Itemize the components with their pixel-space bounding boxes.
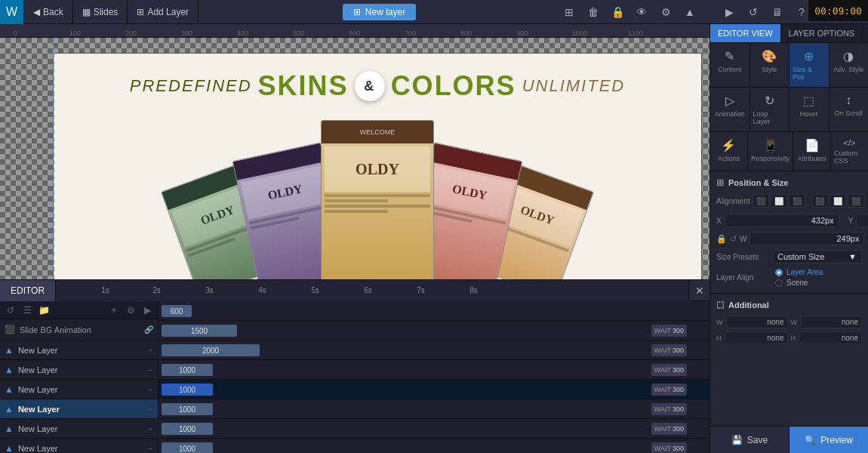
eye-icon[interactable]: 👁 xyxy=(633,3,651,21)
track-bar-5[interactable]: 1000 xyxy=(162,423,213,435)
align-center-button[interactable]: ⬜ xyxy=(771,194,787,208)
layer-tool-add[interactable]: + xyxy=(106,303,122,318)
track-bar-bg[interactable]: 600 xyxy=(162,305,192,317)
lock-icon[interactable]: 🔒 xyxy=(608,3,626,21)
timeline-timebar: 1s 2s 3s 4s 5s 6s 7s 8s xyxy=(56,280,688,301)
layer-tool-folder[interactable]: 📁 xyxy=(36,303,51,318)
xy-row: X Y xyxy=(716,214,862,227)
headline-skins: SKINS xyxy=(258,70,349,102)
time-mark-7: 7s xyxy=(417,286,425,294)
panel-icon-responsivity[interactable]: 📱 Responsivity xyxy=(748,132,793,171)
layer-row-2[interactable]: ▲ New Layer → xyxy=(0,380,158,399)
panel-icon-attributes[interactable]: 📄 Attributes xyxy=(793,132,831,171)
add-w2-input[interactable] xyxy=(800,316,862,328)
canvas-area[interactable]: PREDEFINED SKINS & COLORS UNLIMITED OLDY xyxy=(0,38,709,279)
layer-icon-5: ▲ xyxy=(5,443,14,454)
panel-icon-actions[interactable]: ⚡ Actions xyxy=(710,132,748,171)
timeline-close-button[interactable]: ✕ xyxy=(688,280,709,301)
align-right-button[interactable]: ⬛ xyxy=(789,194,805,208)
add-w1-input[interactable] xyxy=(726,316,788,328)
layer-tool-play[interactable]: ▶ xyxy=(140,303,155,318)
ruler-tick: 0 xyxy=(14,29,69,37)
panel-icon-onscroll[interactable]: ↕ On Scroll xyxy=(830,88,869,131)
slidebg-link[interactable]: 🔗 xyxy=(144,325,153,334)
panel-tab-layer[interactable]: LAYER OPTIONS xyxy=(781,24,863,42)
wh-row: 🔒 ↺ W ⋮ H ⋮ xyxy=(716,232,862,245)
panel-icon-hover[interactable]: ⬚ Hover xyxy=(790,88,830,131)
undo-icon[interactable]: ↺ xyxy=(744,3,762,21)
resize-icon: ⊞ xyxy=(716,177,724,188)
panel-icon-sizepos[interactable]: ⊕ Size & Pos xyxy=(790,43,830,87)
panel-tab-editor[interactable]: EDITOR VIEW xyxy=(710,24,781,42)
settings-icon[interactable]: ⚙ xyxy=(657,3,675,21)
slide-headline: PREDEFINED SKINS & COLORS UNLIMITED xyxy=(54,70,701,102)
add-item-h2: H xyxy=(791,331,863,344)
preview-button[interactable]: 🔍 Preview xyxy=(790,427,868,453)
align-mid-button[interactable]: ⬜ xyxy=(830,194,846,208)
y-input[interactable] xyxy=(856,214,868,227)
layer-row-3[interactable]: ▲ New Layer → xyxy=(0,399,158,419)
layer-align-area[interactable]: Layer Area xyxy=(775,268,823,276)
scene-radio[interactable] xyxy=(775,279,783,287)
time-mark-6: 6s xyxy=(364,286,372,294)
track-bar-1[interactable]: 2000 xyxy=(162,344,260,356)
add-layer-button[interactable]: ⊞ Add Layer xyxy=(128,0,199,24)
track-bar-0[interactable]: 1500 xyxy=(162,325,237,337)
ruler-tick: 400 xyxy=(237,29,293,37)
back-button[interactable]: ◀ Back xyxy=(24,0,73,24)
layer-area-radio[interactable] xyxy=(775,269,783,276)
size-presets-select[interactable]: Custom Size ▼ xyxy=(772,250,862,263)
panel-icon-advstyle[interactable]: ◑ Adv. Style xyxy=(830,43,869,87)
add-h2-input[interactable] xyxy=(799,331,862,344)
main-area: 0 100 200 300 400 500 600 700 800 900 10… xyxy=(0,24,868,453)
layer-tool-list[interactable]: ☰ xyxy=(20,303,35,318)
additional-title: ⬚ Additional xyxy=(716,300,862,310)
time-mark-2: 2s xyxy=(152,286,161,294)
w-input[interactable] xyxy=(749,232,864,245)
layer-row-1[interactable]: ▲ New Layer → xyxy=(0,360,158,380)
align-top-button[interactable]: ⬛ xyxy=(811,194,828,208)
layer-row-0[interactable]: ▲ New Layer → xyxy=(0,341,158,360)
add-item-w1: W xyxy=(716,316,788,328)
play-icon[interactable]: ▶ xyxy=(720,3,738,21)
panel-icons-row1: ✎ Content 🎨 Style ⊕ Size & Pos ◑ Adv. St… xyxy=(710,43,868,88)
active-tab[interactable]: ⊞ New layer xyxy=(343,4,416,20)
track-bar-2[interactable]: 1000 xyxy=(162,364,213,376)
track-bar-3[interactable]: 1000 xyxy=(162,384,213,396)
track-bar-4[interactable]: 1000 xyxy=(162,403,213,415)
expand-icon[interactable]: ▲ xyxy=(681,3,699,21)
track-wait-0: WAIT 300 xyxy=(651,325,687,337)
panel-icon-style[interactable]: 🎨 Style xyxy=(750,43,790,87)
add-h1-input[interactable] xyxy=(725,331,788,344)
layer-tool-settings[interactable]: ⚙ xyxy=(123,303,138,318)
preview-icon: 🔍 xyxy=(805,435,816,445)
layer-arrow-0: → xyxy=(146,346,153,354)
align-bot-button[interactable]: ⬛ xyxy=(848,194,864,208)
panel-icon-animation[interactable]: ▷ Animation xyxy=(710,88,750,131)
alignment-buttons: ⬛ ⬜ ⬛ xyxy=(753,194,805,208)
panel-icon-content[interactable]: ✎ Content xyxy=(710,43,750,87)
layer-tool-refresh[interactable]: ↺ xyxy=(3,303,18,318)
additional-grid: W W H H xyxy=(716,316,862,344)
delete-icon[interactable]: 🗑 xyxy=(584,3,602,21)
layer-row-5[interactable]: ▲ New Layer → xyxy=(0,439,158,453)
save-button[interactable]: 💾 Save xyxy=(710,427,790,453)
lock-button[interactable]: 🔒 xyxy=(716,232,727,245)
slides-button[interactable]: ▦ Slides xyxy=(73,0,128,24)
layer-row-slidebg[interactable]: ⬛ Slide BG Animation 🔗 xyxy=(0,319,158,341)
layer-arrow-5: → xyxy=(146,444,153,452)
panel-icons-row2: ▷ Animation ↻ Loop Layer ⬚ Hover ↕ On Sc… xyxy=(710,88,868,132)
timeline-tab-editor[interactable]: EDITOR xyxy=(0,280,56,301)
layer-arrow-2: → xyxy=(146,385,153,393)
align-left-button[interactable]: ⬛ xyxy=(753,194,769,208)
panel-icon-customcss[interactable]: </> Custom CSS xyxy=(831,132,868,171)
panel-icon-looplayer[interactable]: ↻ Loop Layer xyxy=(750,88,790,131)
copy-icon[interactable]: ⊞ xyxy=(560,3,578,21)
layer-row-4[interactable]: ▲ New Layer → xyxy=(0,419,158,439)
layer-align-scene[interactable]: Scene xyxy=(775,279,823,287)
wp-icon[interactable]: W xyxy=(0,0,24,24)
reset-button[interactable]: ↺ xyxy=(730,232,737,245)
desktop-icon[interactable]: 🖥 xyxy=(768,3,786,21)
x-input[interactable] xyxy=(725,214,839,227)
track-bar-6[interactable]: 1000 xyxy=(162,442,213,453)
